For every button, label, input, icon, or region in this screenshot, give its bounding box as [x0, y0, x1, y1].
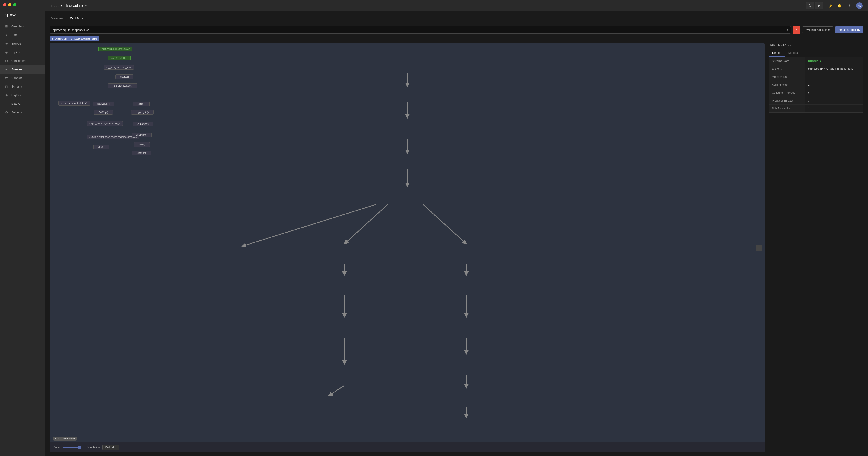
node-snapshot-state-v2[interactable]: ≡ oprtr_snapshot_state_v2 [58, 101, 90, 106]
svg-line-5 [423, 204, 466, 244]
row-key-client-id: Client ID [769, 65, 805, 73]
node-flatmap2[interactable]: .flatMap() [132, 151, 151, 155]
tab-overview[interactable]: Overview [50, 15, 64, 22]
node-ktable[interactable]: ≡ KTABLE-SUPPRESS-STATE-STORE-0000000008 [87, 135, 139, 139]
sidebar-label-krepl: kREPL [11, 102, 20, 106]
streams-icon: ∿ [4, 67, 8, 71]
main-content: Trade Book (Staging) ▾ ↻ ▶ 🌙 🔔 ? AD Over… [45, 0, 868, 456]
graph-svg [50, 43, 765, 452]
title-chevron-icon[interactable]: ▾ [85, 4, 87, 8]
detail-slider-wrap[interactable] [63, 447, 81, 448]
maximize-button[interactable] [13, 3, 16, 6]
dtab-details[interactable]: Details [769, 49, 785, 57]
details-tabs: Details Metrics [769, 49, 864, 57]
table-row: Client ID 88c4a380-dfff-4797-ac9b-beed5b… [769, 65, 863, 73]
page-title: Trade Book (Staging) [51, 4, 83, 7]
node-sink[interactable]: .sink() [93, 145, 109, 149]
krepl-icon: > [4, 102, 8, 106]
header: Trade Book (Staging) ▾ ↻ ▶ 🌙 🔔 ? AD [45, 0, 868, 11]
sidebar-label-settings: Settings [11, 111, 22, 114]
node-aggregate[interactable]: .aggregate() [131, 110, 154, 115]
row-val-consumer-threads: 6 [805, 89, 863, 96]
node-tostream[interactable]: .toStream() [132, 133, 152, 137]
node-snapshot-state[interactable]: ↓ __oprtr_snapshot_state [104, 65, 134, 70]
store-icon-4: ≡ [89, 136, 90, 138]
close-button[interactable] [3, 3, 6, 6]
sidebar-item-data[interactable]: ≡ Data [0, 31, 45, 39]
tab-workflows[interactable]: Workflows [69, 15, 85, 22]
consumers-icon: ◔ [4, 59, 8, 63]
sidebar-item-brokers[interactable]: ◈ Brokers [0, 39, 45, 48]
store-icon-3: ≡ [89, 122, 90, 125]
details-table: Streams State RUNNING Client ID 88c4a380… [769, 57, 864, 113]
search-wrap: ▾ [50, 26, 791, 34]
sidebar-item-connect[interactable]: ⇄ Connect [0, 74, 45, 82]
notification-icon[interactable]: 🔔 [836, 2, 843, 9]
node-filter[interactable]: .filter() [133, 102, 150, 106]
row-val-member-ids: 1 [805, 73, 863, 81]
sidebar-item-streams[interactable]: ∿ Streams [0, 65, 45, 74]
orientation-label: Orientation [87, 446, 100, 449]
expand-button[interactable]: › [756, 245, 762, 251]
node-topic-main[interactable]: oprtr.compute.snapshots.v2 [98, 47, 132, 51]
refresh-button[interactable]: ↻ [806, 2, 814, 9]
svg-line-4 [344, 204, 388, 244]
row-val-client-id: 88c4a380-dfff-4797-ac9b-beed5b87b8b6 [805, 65, 863, 73]
row-key-consumer-threads: Consumer Threads [769, 89, 805, 96]
table-row: Assignments 1 [769, 81, 863, 89]
slider-thumb [78, 446, 81, 449]
node-materialize[interactable]: ≡ oprtr_snapshot_materialize-d_v2 [87, 121, 123, 126]
sidebar-item-topics[interactable]: ◉ Topics [0, 48, 45, 56]
sidebar-label-topics: Topics [11, 51, 20, 54]
node-transform[interactable]: .transformValues() [108, 83, 137, 88]
table-row: Sub-Topologies 1 [769, 105, 863, 112]
settings-icon: ⚙ [4, 110, 8, 114]
switch-to-consumer-button[interactable]: Switch to Consumer [802, 26, 833, 33]
sidebar-label-streams: Streams [11, 68, 22, 71]
host-icon: ≡ [112, 57, 113, 59]
orientation-chevron-icon: ▾ [115, 446, 117, 449]
node-flatmap1[interactable]: .flatMap() [94, 110, 113, 115]
play-button[interactable]: ▶ [815, 2, 823, 9]
detail-badge: Detail: Distributed [53, 436, 76, 440]
node-source[interactable]: .source() [115, 75, 133, 79]
moon-icon[interactable]: 🌙 [827, 2, 833, 9]
data-icon: ≡ [4, 33, 8, 37]
sidebar-item-consumers[interactable]: ◔ Consumers [0, 56, 45, 65]
topology-graph[interactable]: oprtr.compute.snapshots.v2 ≡ /192.168.16… [50, 43, 765, 452]
row-val-producer-threads: 3 [805, 97, 863, 105]
sidebar-item-krepl[interactable]: > kREPL [0, 99, 45, 108]
search-input[interactable] [50, 28, 784, 32]
search-clear-button[interactable]: × [793, 26, 800, 34]
node-host[interactable]: ≡ /192.168.16.1 [108, 56, 131, 60]
row-val-assignments: 1 [805, 81, 863, 89]
minimize-button[interactable] [8, 3, 11, 6]
sidebar-item-schema[interactable]: ◻ Schema [0, 82, 45, 91]
detail-slider[interactable] [63, 447, 81, 448]
dtab-metrics[interactable]: Metrics [785, 49, 802, 57]
orientation-select[interactable]: Vertical ▾ [102, 445, 119, 450]
sidebar-item-settings[interactable]: ⚙ Settings [0, 108, 45, 116]
node-suppress[interactable]: .suppress() [133, 122, 153, 126]
toolbar-row: ▾ × Switch to Consumer Streams Topology [50, 26, 864, 34]
node-mapvalues[interactable]: .mapValues() [93, 102, 114, 106]
sidebar: kpow ⊞ Overview ≡ Data ◈ Brokers ◉ Topic… [0, 0, 45, 456]
action-buttons: ↻ ▶ [806, 2, 823, 9]
sidebar-item-overview[interactable]: ⊞ Overview [0, 22, 45, 31]
row-key-streams-state: Streams State [769, 57, 805, 65]
schema-icon: ◻ [4, 84, 8, 88]
sidebar-label-brokers: Brokers [11, 42, 22, 45]
table-row: Streams State RUNNING [769, 57, 863, 65]
sidebar-label-ksqldb: ksqlDB [11, 93, 21, 97]
search-chevron-icon[interactable]: ▾ [784, 28, 791, 32]
table-row: Consumer Threads 6 [769, 89, 863, 97]
streams-topology-button[interactable]: Streams Topology [835, 26, 864, 33]
store-icon-2: ≡ [61, 102, 62, 105]
traffic-lights [3, 3, 16, 6]
node-peek[interactable]: .peek() [134, 142, 150, 147]
sidebar-item-ksqldb[interactable]: ◈ ksqlDB [0, 91, 45, 99]
sidebar-label-schema: Schema [11, 85, 22, 88]
help-icon[interactable]: ? [846, 2, 852, 9]
logo: kpow [0, 9, 45, 22]
avatar[interactable]: AD [856, 2, 863, 9]
